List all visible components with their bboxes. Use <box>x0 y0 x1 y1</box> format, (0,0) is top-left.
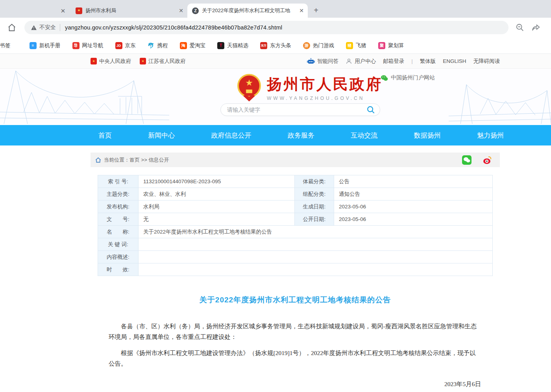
meta-value <box>139 251 493 263</box>
emblem-icon <box>140 58 146 64</box>
fliggy-icon: 猪 <box>346 42 353 49</box>
ctrip-icon: 🐬 <box>148 42 155 49</box>
portal-link[interactable]: 中国扬州门户网站 <box>381 74 435 81</box>
article: 关于2022年度扬州市水利工程文明工地考核结果的公告 各县（市、区）水利（务）局… <box>91 295 500 392</box>
url-text[interactable]: yangzhou.gov.cn/yzszxxgk/slj/202305/210c… <box>65 24 282 31</box>
table-row: 内容概述: <box>98 251 493 263</box>
site-search[interactable] <box>220 103 380 116</box>
close-icon[interactable]: ✕ <box>179 7 183 14</box>
emblem-icon <box>91 58 97 64</box>
meta-label: 生成日期: <box>295 201 334 213</box>
bookmark-jd[interactable]: JD 京东 <box>115 42 136 49</box>
meta-value <box>139 238 493 251</box>
mail-login-link[interactable]: 邮箱登录 <box>383 58 404 65</box>
nav-info-disclosure[interactable]: 政府信息公开 <box>211 131 251 140</box>
bookmark-juhuasuan[interactable]: 聚 聚划算 <box>378 42 404 49</box>
warning-icon <box>31 25 37 31</box>
link-central-gov[interactable]: 中央人民政府 <box>91 58 131 65</box>
table-row: 关 键 词: <box>98 238 493 251</box>
bookmark-label: 聚划算 <box>388 42 404 49</box>
meta-value: 2023-05-06 <box>334 201 493 213</box>
home-icon <box>95 157 101 163</box>
bookmark-ctrip[interactable]: 🐬 携程 <box>148 42 168 49</box>
bookmark-hot-games[interactable]: 游 热门游戏 <box>303 42 334 49</box>
table-row: 时 效: <box>98 263 493 276</box>
article-date: 2023年5月6日 <box>109 380 482 388</box>
meta-value: 关于2022年度扬州市水利工程文明工地考核结果的公告 <box>139 226 493 238</box>
breadcrumb: 当前位置：首页 >> 信息公开 <box>91 153 500 167</box>
bookmark-label: 新机手册 <box>39 42 61 49</box>
close-icon[interactable]: ✕ <box>299 7 304 14</box>
user-center-link[interactable]: 用户中心 <box>346 58 376 65</box>
wechat-icon <box>381 75 388 81</box>
nav-interaction[interactable]: 互动交流 <box>351 131 377 140</box>
weibo-share-icon[interactable] <box>483 155 492 165</box>
home-icon[interactable] <box>6 21 18 34</box>
security-label[interactable]: 不安全 <box>39 24 56 31</box>
bookmark-label: 网址导航 <box>82 42 104 49</box>
table-row: 索 引 号: 11321000014407098E-2023-095 体裁分类:… <box>98 175 493 188</box>
nav-charm[interactable]: 魅力扬州 <box>477 131 504 140</box>
meta-value: 公告 <box>334 175 493 188</box>
traditional-link[interactable]: 繁体版 <box>420 58 436 65</box>
omnibox-divider <box>60 24 60 31</box>
jd-icon: JD <box>115 42 122 49</box>
nav-home[interactable]: 首页 <box>98 131 112 140</box>
nav-data[interactable]: 数据扬州 <box>414 131 441 140</box>
bookmark-fliggy[interactable]: 猪 飞猪 <box>346 42 366 49</box>
article-paragraph: 各县（市、区）水利（务）局，扬州经济开发区城乡事务管理局，生态科技新城规划建设局… <box>109 321 482 342</box>
share-icon[interactable] <box>531 23 541 32</box>
meta-label: 内容概述: <box>98 251 139 263</box>
traditional-label: 繁体版 <box>420 58 436 65</box>
gov-link-label: 中央人民政府 <box>99 58 131 65</box>
nav-services[interactable]: 政务服务 <box>288 131 314 140</box>
table-row: 名 称: 关于2022年度扬州市水利工程文明工地考核结果的公告 <box>98 226 493 238</box>
bridge-sketch-right <box>449 69 551 125</box>
tmall-icon: T <box>217 42 224 49</box>
bookmark-manual[interactable]: ≡ 新机手册 <box>30 42 61 49</box>
nav-news[interactable]: 新闻中心 <box>148 131 175 140</box>
divider: | <box>411 58 413 64</box>
bookmark-label: 爱淘宝 <box>190 42 206 49</box>
accessibility-link[interactable]: 无障碍阅读 <box>473 58 500 65</box>
close-icon[interactable]: ✕ <box>55 4 71 18</box>
browser-logo-favicon: Z <box>192 7 199 14</box>
smart-qa-link[interactable]: 智能问答 <box>307 58 338 65</box>
wechat-share-icon[interactable] <box>462 155 471 165</box>
address-bar[interactable]: 不安全 yangzhou.gov.cn/yzszxxgk/slj/202305/… <box>24 21 508 34</box>
new-tab-button[interactable]: + <box>310 4 322 16</box>
search-input[interactable] <box>227 107 366 113</box>
meta-label: 公开日期: <box>295 213 334 226</box>
bookmark-label: 飞猪 <box>356 42 366 49</box>
document-meta-table: 索 引 号: 11321000014407098E-2023-095 体裁分类:… <box>98 175 493 276</box>
bookmark-label: 机书签 <box>0 42 11 49</box>
zoom-out-icon[interactable] <box>516 23 524 32</box>
tab-announcement-active[interactable]: Z 关于2022年度扬州市水利工程文明工地 ✕ <box>187 4 308 18</box>
site-logo[interactable]: ★ ▆▆ 扬州市人民政府 WWW.YANGZHOU.GOV.CN <box>236 74 383 101</box>
national-emblem-logo: ★ ▆▆ <box>236 74 262 101</box>
gov-top-bar: 中央人民政府 江苏省人民政府 智能问答 用户中心 邮箱登录 | 繁体版 ENGL… <box>0 54 551 69</box>
main-nav: 首页 新闻中心 政府信息公开 政务服务 互动交流 数据扬州 魅力扬州 <box>0 125 551 145</box>
meta-label: 体裁分类: <box>295 175 334 188</box>
juhuasuan-icon: 聚 <box>378 42 385 49</box>
bookmark-tmall[interactable]: T 天猫精选 <box>217 42 248 49</box>
meta-value: 11321000014407098E-2023-095 <box>139 175 295 188</box>
tab-water-bureau[interactable]: 扬州市水利局 ✕ <box>71 4 187 18</box>
search-icon[interactable] <box>366 105 375 114</box>
breadcrumb-text[interactable]: 当前位置：首页 >> 信息公开 <box>104 156 169 164</box>
english-link[interactable]: ENGLISH <box>443 58 466 64</box>
bookmark-site-nav[interactable]: 导 网址导航 <box>72 42 104 49</box>
site-header: ★ ▆▆ 扬州市人民政府 WWW.YANGZHOU.GOV.CN 中国扬州门户网… <box>0 69 551 125</box>
bookmark-toutiao[interactable]: 东方 东方头条 <box>260 42 291 49</box>
meta-label: 主题分类: <box>98 188 139 201</box>
site-name: 扬州市人民政府 <box>267 74 383 94</box>
table-row: 文 号: 无 公开日期: 2023-05-06 <box>98 213 493 226</box>
meta-label: 名 称: <box>98 226 139 238</box>
site-nav-icon: 导 <box>72 42 80 49</box>
bookmarks-bar: 机书签 ≡ 新机手册 导 网址导航 JD 京东 🐬 携程 淘 爱淘宝 T 天猫精… <box>0 37 551 54</box>
bookmark-label: 东方头条 <box>270 42 291 49</box>
bookmark-phone-bookmarks[interactable]: 机书签 <box>0 42 11 49</box>
link-jiangsu-gov[interactable]: 江苏省人民政府 <box>140 58 186 65</box>
robot-icon <box>307 58 315 65</box>
bookmark-taobao[interactable]: 淘 爱淘宝 <box>180 42 206 49</box>
